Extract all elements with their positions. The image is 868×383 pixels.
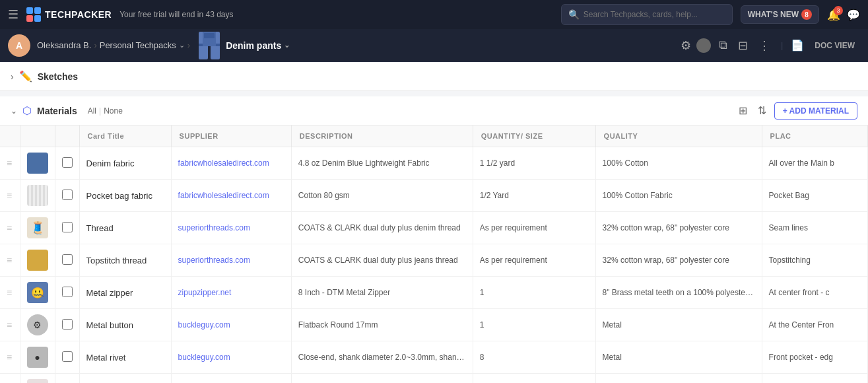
breadcrumb-chevron-2: ›: [187, 40, 190, 50]
row-quantity: 1: [473, 309, 595, 341]
row-checkbox[interactable]: [62, 287, 73, 297]
row-thumbnail: ⚙: [20, 309, 55, 341]
row-checkbox-cell[interactable]: [55, 244, 79, 277]
row-card-title: Thread: [79, 212, 171, 244]
row-quality: 32% cotton wrap, 68" polyester core: [595, 244, 762, 277]
row-checkbox-cell[interactable]: [55, 341, 79, 374]
notifications-icon[interactable]: 🔔 3: [827, 9, 840, 21]
row-drag-handle[interactable]: ≡: [0, 277, 20, 309]
content-area: › ✏️ Sketches ⌄ ⬡ Materials All | None ⊞…: [0, 62, 868, 383]
row-checkbox[interactable]: [62, 254, 73, 265]
filter-icon[interactable]: ⊟: [735, 36, 751, 55]
global-search[interactable]: 🔍: [561, 4, 733, 25]
row-thumbnail: [20, 147, 55, 180]
row-drag-handle[interactable]: ≡: [0, 374, 20, 384]
row-description: 4.8 oz Denim Blue Lightweight Fabric: [291, 147, 473, 180]
materials-table: Card Title SUPPLIER DESCRIPTION QUANTITY…: [0, 125, 868, 383]
row-supplier[interactable]: zipupzipper.net: [171, 277, 291, 309]
search-input[interactable]: [584, 10, 725, 19]
row-card-title: Pocket bag fabric: [79, 180, 171, 212]
row-checkbox-cell[interactable]: [55, 212, 79, 244]
table-row: ≡ ● Metal rivet buckleguy.com Close-end,…: [0, 341, 868, 374]
row-card-title: Metal zipper: [79, 277, 171, 309]
materials-sort-icon[interactable]: ⇅: [755, 102, 769, 120]
row-supplier[interactable]: buckleguy.com: [171, 309, 291, 341]
row-checkbox-cell[interactable]: [55, 147, 79, 180]
row-checkbox[interactable]: [62, 351, 73, 362]
breadcrumb-workspace[interactable]: Personal Techpacks ⌄: [100, 40, 185, 50]
sub-nav-actions: ⚙ ⧉ ⊟ ⋮ | 📄 DOC VIEW: [681, 36, 860, 55]
product-thumbnail: [197, 31, 222, 60]
row-checkbox-cell[interactable]: [55, 374, 79, 384]
row-supplier[interactable]: superiorthreads.com: [171, 244, 291, 277]
row-placement: At center front - c: [762, 277, 867, 309]
add-material-button[interactable]: + ADD MATERIAL: [774, 102, 857, 120]
table-row: ≡ Denim fabric fabricwholesaledirect.com…: [0, 147, 868, 180]
col-header-check: [55, 125, 79, 147]
doc-view-button[interactable]: DOC VIEW: [809, 38, 860, 53]
row-checkbox-cell[interactable]: [55, 309, 79, 341]
row-description: Close-end, shank diameter 2.0~3.0mm, sha…: [291, 341, 473, 374]
more-options-icon[interactable]: ⋮: [756, 36, 773, 55]
row-drag-handle[interactable]: ≡: [0, 180, 20, 212]
row-drag-handle[interactable]: ≡: [0, 244, 20, 277]
filter-none-link[interactable]: None: [104, 106, 123, 116]
sub-navigation: A Oleksandra B. › Personal Techpacks ⌄ ›…: [0, 29, 868, 62]
row-checkbox[interactable]: [62, 190, 73, 200]
hamburger-menu[interactable]: ☰: [8, 7, 18, 22]
user-status-icon: [696, 38, 711, 53]
row-checkbox[interactable]: [62, 157, 73, 168]
row-drag-handle[interactable]: ≡: [0, 147, 20, 180]
row-supplier[interactable]: buckleguy.com: [171, 341, 291, 374]
filter-all-link[interactable]: All: [88, 106, 96, 116]
app-name: TECHPACKER: [45, 9, 112, 20]
row-quality: 32% cotton wrap, 68" polyester core: [595, 212, 762, 244]
materials-view-icon[interactable]: ⊞: [736, 102, 750, 120]
settings-icon[interactable]: ⚙: [681, 38, 691, 53]
col-header-quantity: QUANTITY/ SIZE: [473, 125, 595, 147]
materials-section-header: ⌄ ⬡ Materials All | None ⊞ ⇅ + ADD MATER…: [0, 96, 868, 125]
row-description: 8 Inch - DTM Metal Zipper: [291, 277, 473, 309]
materials-toggle-icon[interactable]: ⌄: [11, 106, 17, 116]
row-drag-handle[interactable]: ≡: [0, 212, 20, 244]
copy-icon[interactable]: ⧉: [716, 36, 730, 55]
row-drag-handle[interactable]: ≡: [0, 341, 20, 374]
top-navigation: ☰ TECHPACKER Your free trial will end in…: [0, 0, 868, 29]
trial-notice: Your free trial will end in 43 days: [119, 10, 553, 19]
materials-label: Materials: [37, 106, 77, 116]
row-placement: Topstitching: [762, 244, 867, 277]
row-checkbox-cell[interactable]: [55, 277, 79, 309]
sketches-label: Sketches: [38, 71, 78, 82]
messages-icon[interactable]: 💬: [847, 9, 860, 21]
row-card-title: Metal rivet: [79, 341, 171, 374]
materials-filter-links: All | None: [88, 106, 123, 116]
product-name[interactable]: Denim pants ⌄: [226, 40, 290, 51]
row-placement: Pocket Bag: [762, 180, 867, 212]
breadcrumb-user[interactable]: Oleksandra B.: [37, 40, 91, 50]
row-checkbox-cell[interactable]: [55, 180, 79, 212]
row-thumbnail: ●: [20, 341, 55, 374]
row-description: Screen printed brand logo woven label: [291, 374, 473, 384]
row-supplier[interactable]: superiorthreads.com: [171, 212, 291, 244]
row-supplier[interactable]: customlabels4u.com: [171, 374, 291, 384]
row-supplier[interactable]: fabricwholesaledirect.com: [171, 147, 291, 180]
row-checkbox[interactable]: [62, 222, 73, 232]
col-header-supplier: SUPPLIER: [171, 125, 291, 147]
notification-badge: 3: [834, 6, 843, 15]
table-row: ≡ Pocket bag fabric fabricwholesaledirec…: [0, 180, 868, 212]
row-drag-handle[interactable]: ≡: [0, 309, 20, 341]
table-header-row: Card Title SUPPLIER DESCRIPTION QUANTITY…: [0, 125, 868, 147]
expand-arrow-icon: ›: [11, 71, 14, 82]
breadcrumb-chevron-1: ›: [94, 40, 96, 50]
whats-new-button[interactable]: WHAT'S NEW 8: [741, 5, 819, 24]
row-thumbnail: [20, 180, 55, 212]
col-header-thumb: [20, 125, 55, 147]
filter-separator: |: [99, 106, 101, 116]
row-thumbnail: [20, 374, 55, 384]
row-quantity: 1: [473, 277, 595, 309]
sketches-section[interactable]: › ✏️ Sketches: [0, 62, 868, 91]
row-thumbnail: [20, 244, 55, 277]
row-supplier[interactable]: fabricwholesaledirect.com: [171, 180, 291, 212]
row-description: COATS & CLARK dual duty plus denim threa…: [291, 212, 473, 244]
row-checkbox[interactable]: [62, 319, 73, 330]
